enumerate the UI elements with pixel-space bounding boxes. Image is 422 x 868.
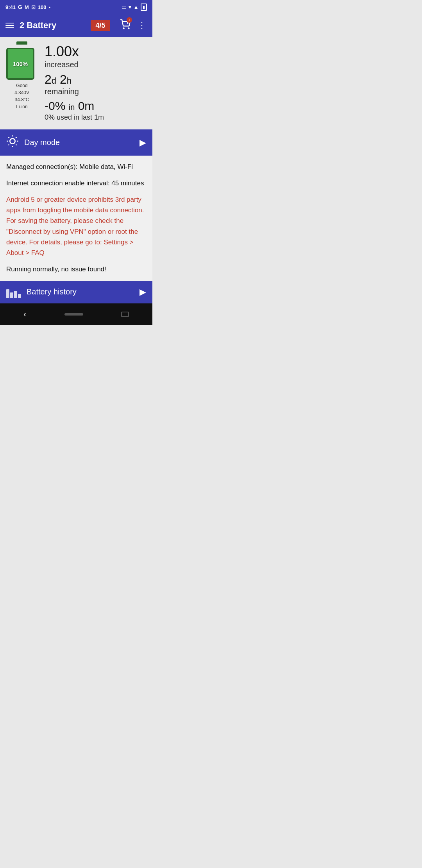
cart-button[interactable]: + — [120, 19, 131, 32]
app-title: 2 Battery — [20, 20, 85, 30]
battery-drain-detail: 0% used in last 1m — [45, 113, 146, 122]
more-button[interactable]: ⋮ — [138, 20, 147, 30]
signal-icon: ▲ — [133, 4, 139, 10]
battery-history-play-icon: ▶ — [139, 287, 146, 297]
battery-icon-container: 100% — [6, 45, 38, 80]
battery-multiplier: 1.00x — [45, 45, 146, 59]
google-icon: G — [18, 4, 22, 10]
nav-bar: ‹ — [0, 303, 152, 325]
battery-section: 100% Good 4.340V 34.8°C Li-ion 1.00x inc… — [0, 37, 152, 129]
svg-line-11 — [9, 144, 9, 145]
notification-icon: ⊡ — [31, 4, 36, 10]
battery-history-banner[interactable]: Battery history ▶ — [0, 281, 152, 303]
battery-body: 100% — [6, 48, 34, 80]
back-button[interactable]: ‹ — [23, 309, 26, 319]
step-badge: 4/5 — [91, 20, 110, 31]
battery-voltage: 4.340V — [14, 90, 29, 95]
day-mode-play-icon: ▶ — [139, 138, 146, 148]
recent-button[interactable] — [121, 312, 129, 317]
info-section: Managed connection(s): Mobile data, Wi-F… — [0, 156, 152, 281]
battery-tip — [16, 41, 27, 45]
svg-line-7 — [9, 137, 9, 138]
status-ok-text: Running normally, no issue found! — [6, 264, 146, 274]
battery-percent-display: 100% — [13, 61, 28, 67]
day-mode-label: Day mode — [24, 138, 134, 147]
svg-line-8 — [16, 144, 16, 145]
battery-time: 2d 2h — [45, 73, 146, 86]
svg-line-12 — [16, 137, 16, 138]
status-bar: 9:41 G M ⊡ 100 • ▭ ▾ ▲ ▮ — [0, 0, 152, 14]
battery-icon: ▮ — [141, 4, 147, 11]
battery-right: 1.00x increased 2d 2h remaining -0% in 0… — [45, 45, 146, 122]
warning-text: Android 5 or greater device prohibits 3r… — [6, 194, 146, 258]
battery-status-text: Good 4.340V 34.8°C Li-ion — [14, 82, 29, 110]
battery-chemistry: Li-ion — [16, 104, 27, 109]
dot-icon: • — [48, 4, 50, 10]
status-time: 9:41 — [5, 4, 16, 10]
battery-temp: 34.8°C — [15, 97, 29, 102]
battery-remaining: remaining — [45, 87, 146, 96]
toolbar: 2 Battery 4/5 + ⋮ — [0, 14, 152, 37]
interval-text: Internet connection enable interval: 45 … — [6, 178, 146, 188]
chart-icon — [6, 286, 21, 298]
svg-point-0 — [123, 28, 124, 29]
battery-left: 100% Good 4.340V 34.8°C Li-ion — [6, 45, 38, 122]
sun-icon — [6, 135, 19, 150]
day-mode-banner[interactable]: Day mode ▶ — [0, 129, 152, 156]
cast-icon: ▭ — [122, 4, 127, 10]
svg-point-4 — [10, 138, 15, 143]
battery-increased: increased — [45, 60, 146, 69]
svg-point-1 — [128, 28, 129, 29]
battery-drain: -0% in 0m — [45, 100, 146, 112]
connections-text: Managed connection(s): Mobile data, Wi-F… — [6, 162, 146, 172]
wifi-icon: ▾ — [129, 4, 131, 10]
battery-pct-status: 100 — [38, 4, 46, 10]
menu-button[interactable] — [5, 23, 14, 28]
battery-history-label: Battery history — [27, 287, 134, 296]
battery-good: Good — [16, 83, 27, 88]
battery-days: 2d 2h — [45, 72, 72, 86]
gmail-icon: M — [25, 4, 29, 10]
home-indicator[interactable] — [64, 313, 83, 316]
